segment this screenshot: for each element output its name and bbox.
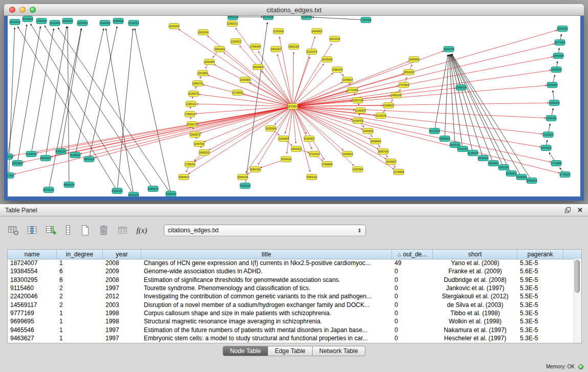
cell-title[interactable]: Estimation of the future numbers of pati… [141, 326, 392, 334]
cell-short[interactable]: Dudbridge et al. (2008) [433, 276, 517, 283]
cell-short[interactable]: Stergiakouli et al. (2012) [433, 293, 517, 300]
network-node[interactable]: 12612405 [50, 20, 60, 26]
network-node[interactable]: 12367524 [194, 141, 205, 147]
network-node[interactable]: 13057904 [353, 167, 363, 172]
cell-short[interactable]: Wolkin et al. (1998) [433, 318, 517, 325]
cell-short[interactable]: Tibbo et al. (1998) [433, 310, 517, 317]
cell-name[interactable]: 9463627 [8, 335, 57, 342]
cell-in-degree[interactable]: 1 [57, 326, 103, 334]
cell-title[interactable]: Structural magnetic resonance image aver… [141, 318, 392, 325]
table-row[interactable]: 977716911998Corpus callosum shape and si… [8, 309, 574, 317]
network-node[interactable]: 16022016 [198, 30, 209, 35]
cell-title[interactable]: Investigating the contribution of common… [141, 293, 392, 300]
network-node[interactable]: 19862104 [228, 16, 238, 20]
cell-in-degree[interactable]: 1 [57, 259, 103, 267]
cell-name[interactable]: 14569117 [8, 301, 57, 309]
table-row[interactable]: 946362711997Embryonic stem cells: a mode… [8, 334, 574, 342]
network-node[interactable]: 92450204 [527, 178, 537, 184]
network-node[interactable]: 76840204 [166, 191, 177, 197]
network-node[interactable]: 10675204 [541, 145, 552, 151]
table-row[interactable]: 911546021997Tourette syndrome. Phenomeno… [8, 284, 574, 292]
network-node[interactable]: 18510302 [404, 70, 415, 75]
network-node[interactable]: 97216104 [309, 151, 320, 157]
cell-in-degree[interactable]: 2 [57, 293, 103, 300]
network-node[interactable]: 10732606 [232, 90, 243, 96]
network-node[interactable]: 17285261 [185, 162, 195, 167]
column-header-out-de-[interactable]: △out_de... [392, 250, 433, 259]
network-node[interactable]: 18302604 [266, 126, 276, 132]
network-node[interactable]: 11253360 [273, 29, 284, 34]
network-node[interactable]: 19613106 [330, 36, 340, 42]
cell-title[interactable]: Corpus callosum shape and size in male p… [141, 310, 392, 317]
network-node[interactable]: 10532404 [506, 171, 517, 177]
network-node[interactable]: 18630104 [84, 157, 95, 162]
close-panel-icon[interactable]: ✕ [577, 206, 583, 214]
network-node[interactable]: 92741204 [43, 187, 54, 193]
network-node[interactable]: 20603804 [12, 161, 23, 166]
new-file-button[interactable] [77, 223, 93, 238]
scrollbar-thumb[interactable] [575, 260, 580, 293]
network-node[interactable]: 16921204 [498, 165, 509, 170]
cell-title[interactable]: Disruption of a novel member of a sodium… [141, 301, 392, 309]
cell-pagerank[interactable]: 5.3E-5 [517, 259, 563, 267]
network-node[interactable]: 95905104 [64, 182, 75, 188]
network-node[interactable]: 17999806 [322, 162, 333, 167]
cell-pagerank[interactable]: 5.3E-5 [517, 310, 563, 317]
network-node[interactable]: 91117204 [8, 173, 14, 179]
network-node[interactable]: 18306170 [187, 122, 198, 127]
cell-out-de-[interactable]: 0 [392, 326, 433, 334]
network-node[interactable]: 11381111 [186, 101, 196, 107]
tab-node-table[interactable]: Node Table [223, 346, 268, 356]
network-node[interactable]: 15146704 [128, 20, 139, 26]
network-node[interactable]: 16453204 [551, 67, 562, 73]
column-header-pagerank[interactable]: pagerank [517, 250, 563, 259]
cell-short[interactable]: Hescheler et al. (1997) [433, 335, 517, 342]
column-header-year[interactable]: year [103, 250, 141, 259]
cell-year[interactable]: 1997 [103, 285, 141, 292]
network-node[interactable]: 96722104 [429, 128, 440, 134]
delete-button[interactable] [96, 223, 112, 238]
close-button[interactable] [9, 7, 15, 13]
network-node[interactable]: 26260104 [112, 188, 123, 194]
network-view[interactable]: 1872400718301002180529841261065119860731… [8, 16, 580, 196]
network-node[interactable]: 18052984 [204, 59, 215, 65]
network-node[interactable]: 19245304 [516, 174, 527, 180]
network-node[interactable]: 22082012 [227, 21, 238, 27]
tab-edge-table[interactable]: Edge Table [268, 346, 313, 356]
zoom-button[interactable] [30, 7, 36, 13]
cell-name[interactable]: 19384554 [8, 268, 57, 275]
network-node[interactable]: 16642794 [444, 47, 454, 52]
cell-out-de-[interactable]: 0 [392, 285, 433, 292]
network-node[interactable]: 12103204 [543, 132, 554, 138]
network-node[interactable]: 15184903 [304, 136, 315, 142]
cell-in-degree[interactable]: 6 [57, 268, 103, 275]
network-window-titlebar[interactable]: citations_edges.txt [4, 4, 584, 16]
tab-network-table[interactable]: Network Table [313, 346, 365, 356]
network-node[interactable]: 16156275 [188, 91, 199, 97]
network-node[interactable]: 12065504 [342, 151, 353, 157]
network-node[interactable]: 19304504 [77, 20, 88, 26]
network-node[interactable]: 16162104 [376, 113, 386, 119]
network-node[interactable]: 18857305 [378, 149, 389, 155]
show-column-button[interactable] [24, 223, 40, 238]
network-node[interactable]: 17587604 [361, 17, 372, 23]
network-canvas[interactable]: 1872400718301002180529841261065119860731… [8, 16, 580, 196]
network-node[interactable]: 16055104 [478, 156, 489, 161]
network-node[interactable]: 18016204 [128, 192, 139, 197]
cell-in-degree[interactable]: 2 [57, 301, 103, 309]
cell-out-de-[interactable]: 49 [392, 259, 433, 267]
vertical-scrollbar[interactable] [574, 259, 581, 343]
network-node[interactable]: 18830904 [253, 64, 264, 70]
column-header-short[interactable]: short [433, 250, 517, 259]
create-column-button[interactable] [43, 223, 59, 238]
minimize-button[interactable] [19, 7, 26, 13]
cell-name[interactable]: 18300295 [8, 276, 57, 283]
cell-title[interactable]: Genome-wide association studies in ADHD. [141, 268, 392, 275]
cell-out-de-[interactable]: 0 [392, 293, 433, 300]
network-node[interactable]: 16057106 [353, 98, 363, 103]
network-node[interactable]: 97869204 [440, 136, 450, 142]
network-node[interactable]: 19860731 [192, 81, 203, 86]
network-node[interactable]: 19564610 [179, 174, 189, 180]
cell-name[interactable]: 22420046 [8, 293, 57, 300]
network-node[interactable]: 12220412 [231, 39, 242, 45]
